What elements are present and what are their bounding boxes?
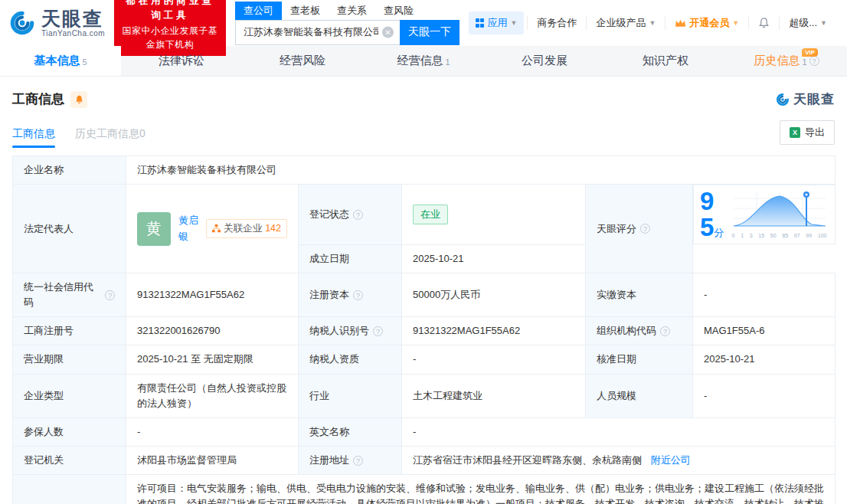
table-row: 企业名称 江苏沐泰智能装备科技有限公司 xyxy=(13,156,836,185)
tab-intellectual-property[interactable]: 知识产权 xyxy=(605,46,726,76)
field-label: 企业名称 xyxy=(13,156,126,185)
tab-basic-info[interactable]: 基本信息5 xyxy=(0,46,121,76)
nav-notifications[interactable] xyxy=(748,17,779,29)
business-scope: 许可项目：电气安装服务；输电、供电、受电电力设施的安装、维修和试验；发电业务、输… xyxy=(126,475,836,504)
field-label: 成立日期 xyxy=(299,244,402,273)
insured-count: - xyxy=(126,417,299,446)
field-label: 登记机关 xyxy=(13,447,126,475)
chevron-down-icon: ▼ xyxy=(510,19,517,27)
help-icon[interactable]: ? xyxy=(373,326,383,336)
tianyancha-swirl-icon xyxy=(775,92,790,107)
org-chart-icon xyxy=(212,224,221,233)
search-tab-risk[interactable]: 查风险 xyxy=(375,2,422,20)
export-button[interactable]: X 导出 xyxy=(780,120,835,145)
promo-line1: 都在用的商业查询工具 xyxy=(121,0,219,24)
help-icon[interactable]: ? xyxy=(105,290,115,300)
search-tab-relation[interactable]: 查关系 xyxy=(329,2,375,20)
registration-number: 321322001626790 xyxy=(126,317,299,345)
table-row: 工商注册号 321322001626790 纳税人识别号? 91321322MA… xyxy=(13,317,836,345)
field-label: 工商注册号 xyxy=(13,317,126,345)
help-icon[interactable]: ? xyxy=(353,290,363,300)
table-row: 营业期限 2025-10-21 至 无固定期限 纳税人资质 - 核准日期 202… xyxy=(13,345,836,374)
vip-badge: VIP xyxy=(802,48,818,57)
tianyancha-logo[interactable]: 天眼查 TianYanCha.com xyxy=(8,8,105,38)
field-label: 参保人数 xyxy=(13,417,126,446)
excel-icon: X xyxy=(790,127,800,138)
apps-grid-icon xyxy=(476,18,485,28)
staff-size: - xyxy=(693,374,836,417)
paid-capital: - xyxy=(693,273,836,317)
field-label: 核准日期 xyxy=(586,345,693,374)
tab-operating-info[interactable]: 经营信息1 xyxy=(363,46,484,76)
field-label: 纳税人识别号? xyxy=(299,317,402,345)
table-row: 经营范围? 许可项目：电气安装服务；输电、供电、受电电力设施的安装、维修和试验；… xyxy=(13,475,836,504)
help-icon[interactable]: ? xyxy=(660,326,670,336)
field-label: 经营范围? xyxy=(13,475,126,504)
clear-search-icon[interactable]: ✕ xyxy=(382,27,394,38)
score-axis-labels: 01 315 5085 9799 100 xyxy=(731,232,829,241)
chevron-down-icon: ▼ xyxy=(649,19,656,27)
tab-history-info[interactable]: VIP 历史信息1 ? xyxy=(726,46,847,76)
search-area: 查公司 查老板 查关系 查风险 ✕ 天眼一下 xyxy=(235,2,459,45)
nav-enterprise[interactable]: 企业级产品▼ xyxy=(586,16,665,30)
score-distribution-chart: 01 315 5085 9799 100 xyxy=(731,189,829,241)
top-nav: 应用▼ 商务合作 企业级产品▼ 开通会员▼ 超级...▼ xyxy=(469,11,836,34)
search-tab-boss[interactable]: 查老板 xyxy=(282,2,329,20)
search-button[interactable]: 天眼一下 xyxy=(400,20,459,45)
status-badge: 在业 xyxy=(413,205,448,224)
field-label: 人员规模 xyxy=(586,374,693,417)
legal-rep-avatar[interactable]: 黄 xyxy=(137,212,171,246)
help-icon[interactable]: ? xyxy=(353,210,363,220)
field-label: 企业类型 xyxy=(13,374,126,417)
subtab-business-info[interactable]: 工商信息 xyxy=(12,127,55,148)
registration-authority: 沭阳县市场监督管理局 xyxy=(126,447,299,475)
help-icon[interactable]: ? xyxy=(353,456,363,466)
credit-code: 91321322MAG1F55A62 xyxy=(126,273,299,317)
section-title: 工商信息 xyxy=(12,90,64,108)
chevron-down-icon: ▼ xyxy=(820,19,827,27)
nav-account[interactable]: 超级...▼ xyxy=(779,16,836,30)
tab-operating-risk[interactable]: 经营风险 xyxy=(242,46,363,76)
field-label: 登记状态? xyxy=(299,185,402,245)
business-info-table: 企业名称 江苏沐泰智能装备科技有限公司 法定代表人 黄 黄启银 xyxy=(12,155,836,504)
related-companies-badge[interactable]: 关联企业142 xyxy=(206,219,287,238)
org-code: MAG1F55A-6 xyxy=(693,317,836,345)
registered-address: 江苏省宿迁市沭阳县经开区迎晖路东侧、余杭路南侧 附近公司 xyxy=(402,447,836,475)
tab-company-development[interactable]: 公司发展 xyxy=(484,46,605,76)
field-label: 天眼评分? xyxy=(586,185,693,273)
table-row: 统一社会信用代码? 91321322MAG1F55A62 注册资本? 50000… xyxy=(13,273,836,317)
search-tab-company[interactable]: 查公司 xyxy=(235,2,282,20)
company-name: 江苏沐泰智能装备科技有限公司 xyxy=(126,156,836,185)
chevron-down-icon: ▼ xyxy=(732,19,739,27)
tab-legal-litigation[interactable]: 法律诉讼 xyxy=(121,46,242,76)
taxpayer-id: 91321322MAG1F55A62 xyxy=(402,317,586,345)
tianyan-score: 95分 xyxy=(693,185,836,244)
search-input[interactable] xyxy=(235,20,400,45)
subscribe-bell-button[interactable] xyxy=(70,91,87,108)
subtab-history-business-info[interactable]: 历史工商信息0 xyxy=(75,127,146,148)
field-label: 法定代表人 xyxy=(13,185,126,273)
logo-title: 天眼查 xyxy=(41,9,105,28)
registered-capital: 50000万人民币 xyxy=(402,273,586,317)
company-type: 有限责任公司（自然人投资或控股的法人独资） xyxy=(126,374,299,417)
field-label: 注册资本? xyxy=(299,273,402,317)
table-row: 企业类型 有限责任公司（自然人投资或控股的法人独资） 行业 土木工程建筑业 人员… xyxy=(13,374,836,417)
score-value: 95 xyxy=(700,187,714,241)
field-label: 组织机构代码? xyxy=(586,317,693,345)
search-tabs: 查公司 查老板 查关系 查风险 xyxy=(235,2,459,20)
business-term: 2025-10-21 至 无固定期限 xyxy=(126,345,299,374)
help-icon[interactable]: ? xyxy=(809,56,819,66)
legal-rep-link[interactable]: 黄启银 xyxy=(178,213,198,244)
nearby-companies-link[interactable]: 附近公司 xyxy=(651,454,691,466)
field-label: 注册地址? xyxy=(299,447,402,475)
nav-cooperation[interactable]: 商务合作 xyxy=(527,16,586,30)
crown-icon xyxy=(675,18,686,28)
table-row: 登记机关 沭阳县市场监督管理局 注册地址? 江苏省宿迁市沭阳县经开区迎晖路东侧、… xyxy=(13,447,836,475)
approval-date: 2025-10-21 xyxy=(693,345,836,374)
nav-apps[interactable]: 应用▼ xyxy=(469,11,524,34)
bell-icon xyxy=(758,17,770,29)
main-content: 工商信息 天眼查 工商信息 历史工商信息0 X 导出 xyxy=(0,77,847,504)
nav-open-vip[interactable]: 开通会员▼ xyxy=(665,16,748,30)
english-name: - xyxy=(402,417,836,446)
help-icon[interactable]: ? xyxy=(640,224,650,234)
